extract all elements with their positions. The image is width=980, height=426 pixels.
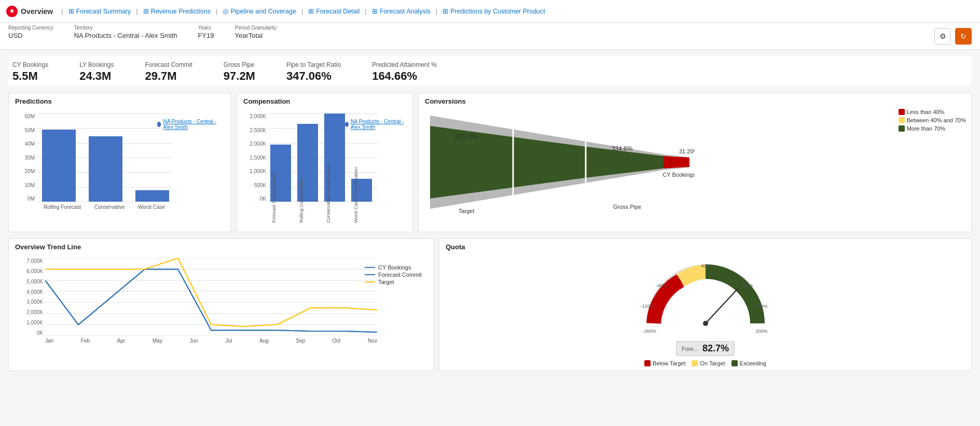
currency-value: USD [8, 32, 53, 39]
comp-x-3: Conservative Compensation [326, 204, 347, 223]
trend-x-jan: Jan [45, 338, 53, 344]
nav-label-pipeline: Pipeline and Coverage [230, 8, 296, 15]
kpi-ly-bookings-value: 24.3M [79, 69, 114, 83]
nav-forecast-detail[interactable]: ⊞ Forecast Detail [306, 7, 362, 15]
nav-pipeline-coverage[interactable]: ◎ Pipeline and Coverage [220, 7, 298, 15]
pred-y1: 10M [25, 182, 35, 188]
compensation-title: Compensation [243, 97, 406, 105]
nav-icon-2: ⊞ [143, 7, 149, 15]
gauge-label-40: 120% [741, 283, 753, 288]
comp-y4: 2,000K [250, 141, 266, 147]
trend-cy-bookings [45, 269, 377, 332]
trend-forecast-commit [45, 269, 377, 332]
trend-y3: 3,000K [26, 299, 43, 305]
trend-y2: 2,000K [26, 309, 43, 315]
trend-legend-forecast-label: Forecast Commit [378, 272, 422, 278]
refresh-button[interactable]: ↻ [955, 28, 972, 45]
funnel-green [430, 126, 586, 198]
nav-icon-4: ⊞ [308, 7, 314, 15]
gauge-pivot [703, 321, 708, 326]
comp-y3: 1,500K [250, 155, 266, 161]
quota-legend-below: Below Target [644, 360, 685, 366]
nav-label-detail: Forecast Detail [316, 8, 360, 15]
trend-x-may: May [153, 338, 162, 344]
pred-y0: 0M [27, 196, 35, 202]
kpi-pipe-target-label: Pipe to Target Ratio [286, 61, 341, 68]
quota-legend-on-label: On Target [700, 360, 725, 366]
nav-revenue-predictions[interactable]: ⊞ Revenue Predictions [141, 7, 213, 15]
funnel-chart: 207.3% 334.6% 31.20% Target Gross Pipe C… [425, 110, 695, 214]
filterbar: Reporting Currency USD Territory NA Prod… [0, 23, 980, 50]
trend-legend-cy-label: CY Bookings [378, 264, 411, 271]
trend-y0: 0K [37, 330, 43, 336]
comp-y0: 0K [260, 196, 266, 202]
nav-forecast-analysis[interactable]: ⊞ Forecast Analysis [370, 7, 433, 15]
charts-row: Predictions 60M 50M 40M 30M 20M 10M 0M [8, 93, 972, 232]
trend-x-feb: Feb [81, 338, 90, 344]
filter-actions: ⚙ ↻ [934, 28, 972, 45]
kpi-forecast-commit-value: 29.7M [145, 69, 192, 83]
gauge-needle [706, 287, 739, 323]
nav-label-forecast-summary: Forecast Summary [76, 8, 131, 15]
trend-y4: 4,000K [26, 289, 43, 295]
trend-x-aug: Aug [259, 338, 269, 344]
kpi-cy-bookings-label: CY Bookings [12, 61, 48, 68]
gauge-svg: -200% -120% -40% 40% 120% 120% 200% [638, 256, 773, 339]
trend-x-apr: Apr [117, 338, 126, 344]
nav-predictions-customer[interactable]: ⊞ Predictions by Customer Product [440, 7, 547, 15]
nav-icon-3: ◎ [223, 7, 228, 15]
conv-legend-label-1: Less than 40% [907, 109, 945, 115]
gauge-yellow [681, 272, 706, 280]
bar-worstcase [135, 190, 169, 202]
trend-x-jun: Jun [190, 338, 198, 344]
gauge-container: -200% -120% -40% 40% 120% 120% 200% Fore… [446, 256, 965, 366]
comp-y6: 3,000K [250, 113, 266, 119]
settings-button[interactable]: ⚙ [934, 28, 951, 45]
conversions-panel: Conversions 207.3% [418, 93, 972, 232]
brand: ★ Overview [6, 6, 53, 17]
trend-y5: 5,000K [26, 279, 43, 285]
nav-label-analysis: Forecast Analysis [380, 8, 431, 15]
pred-y3: 30M [25, 155, 35, 161]
trend-x-nov: Nov [368, 338, 377, 344]
nav-icon-5: ⊞ [372, 7, 378, 15]
conv-dot-yellow [899, 117, 905, 123]
nav-label-revenue: Revenue Predictions [151, 8, 211, 15]
kpi-pipe-target-value: 347.06% [286, 69, 341, 83]
filter-currency: Reporting Currency USD [8, 25, 53, 39]
currency-label: Reporting Currency [8, 25, 53, 31]
nav-label-predictions: Predictions by Customer Product [450, 8, 545, 15]
quota-dot-green [731, 360, 738, 366]
kpi-predicted-attainment: Predicted Attainment % 164.66% [372, 61, 437, 83]
comp-y5: 2,500K [250, 127, 266, 133]
bar-conservative [89, 136, 122, 202]
kpi-row: CY Bookings 5.5M LY Bookings 24.3M Forec… [8, 56, 972, 87]
kpi-forecast-commit-label: Forecast Commit [145, 61, 192, 68]
bar-rolling [42, 130, 76, 202]
period-label: Period Granularity [234, 25, 277, 31]
trend-target [45, 258, 377, 326]
nav-forecast-summary[interactable]: ⊞ Forecast Summary [66, 7, 133, 15]
kpi-pipe-target: Pipe to Target Ratio 347.06% [286, 61, 341, 83]
trend-legend-target-label: Target [378, 279, 394, 285]
trend-panel: Overview Trend Line 7,000K 6,000K 5,000K… [8, 238, 434, 371]
filter-period: Period Granularity YearTotal [234, 25, 277, 39]
quota-legend-exceeding: Exceeding [731, 360, 766, 366]
quota-panel: Quota -200% -120% -40% 40% [439, 238, 972, 371]
trend-chart-svg [45, 258, 377, 336]
quota-legend-on: On Target [692, 360, 725, 366]
comp-x-4: Worst Case Compensation [353, 204, 374, 223]
compensation-panel: Compensation 3,000K 2,500K 2,000K 1,500K… [237, 93, 413, 232]
gauge-label-120: 120% [755, 304, 767, 309]
conversions-title: Conversions [425, 97, 965, 105]
gauge-value-box: Fore... 82.7% [676, 341, 735, 356]
comp-y2: 1,000K [250, 168, 266, 174]
funnel-red [664, 156, 689, 168]
territory-label: Territory [74, 25, 177, 31]
quota-dot-yellow [692, 360, 698, 366]
conv-label-3: 31.20% [679, 148, 695, 154]
nav-icon-1: ⊞ [68, 7, 74, 15]
filter-years: Years FY19 [198, 25, 214, 39]
pred-y2: 20M [25, 168, 35, 174]
quota-legend-below-label: Below Target [653, 360, 685, 366]
